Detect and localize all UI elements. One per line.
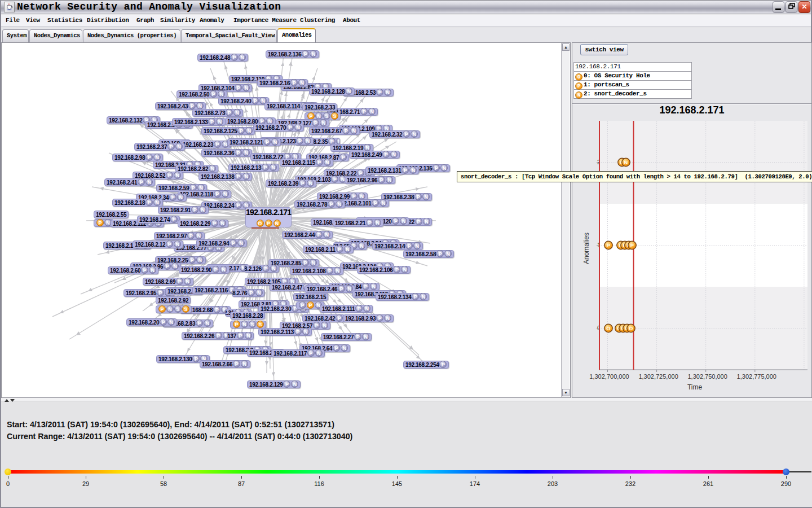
svg-text:N: N xyxy=(624,159,628,165)
svg-text:O: O xyxy=(606,325,610,331)
svg-text:P: P xyxy=(607,242,611,248)
svg-text:O: O xyxy=(629,325,633,331)
svg-text:P: P xyxy=(630,242,634,248)
